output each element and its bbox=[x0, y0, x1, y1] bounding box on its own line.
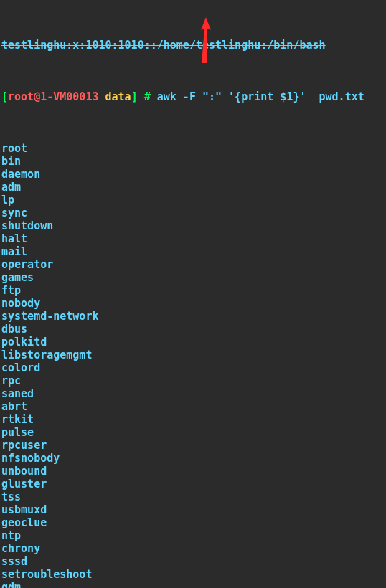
output-line: gdm bbox=[1, 581, 385, 588]
output-line: sync bbox=[1, 207, 385, 219]
output-line: usbmuxd bbox=[1, 503, 385, 516]
output-line: mail bbox=[1, 245, 385, 258]
output-line: root bbox=[1, 142, 385, 155]
output-line: gluster bbox=[1, 478, 385, 490]
output-line: colord bbox=[1, 361, 385, 374]
output-line: ftp bbox=[1, 284, 385, 297]
prompt-line: [root@1-VM00013 data] # awk -F ":" '{pri… bbox=[1, 90, 385, 103]
output-line: sssd bbox=[1, 555, 385, 568]
prompt-hash: # bbox=[138, 90, 157, 103]
cmd-file: pwd.txt bbox=[319, 90, 364, 103]
output-line: operator bbox=[1, 258, 385, 271]
output-line: saned bbox=[1, 387, 385, 400]
output-line: abrt bbox=[1, 400, 385, 413]
output-line: systemd-network bbox=[1, 310, 385, 323]
output-line: unbound bbox=[1, 465, 385, 478]
output-line: pulse bbox=[1, 426, 385, 439]
output-line: rpcuser bbox=[1, 439, 385, 452]
output-line: nobody bbox=[1, 297, 385, 310]
output-line: rpc bbox=[1, 374, 385, 387]
output-line: daemon bbox=[1, 168, 385, 181]
output-line: halt bbox=[1, 232, 385, 245]
output-line: lp bbox=[1, 194, 385, 207]
cmd-prog: '{print $1}' bbox=[228, 90, 306, 103]
output-line: tss bbox=[1, 490, 385, 503]
cmd-awk: awk bbox=[157, 90, 176, 103]
output-line: ntp bbox=[1, 529, 385, 542]
output-line: shutdown bbox=[1, 219, 385, 232]
cmd-sep: ":" bbox=[202, 90, 222, 103]
output-line: rtkit bbox=[1, 413, 385, 426]
prompt-open: [ bbox=[1, 90, 8, 103]
cmd-flag: -F bbox=[176, 90, 202, 103]
prompt-cwd: data bbox=[98, 90, 131, 103]
output-line: geoclue bbox=[1, 516, 385, 529]
output-line: chrony bbox=[1, 542, 385, 555]
output-line: libstoragemgmt bbox=[1, 348, 385, 361]
output-line: nfsnobody bbox=[1, 452, 385, 465]
terminal-screenshot: testlinghu:x:1010:1010::/home/testlinghu… bbox=[0, 0, 386, 588]
output-line: setroubleshoot bbox=[1, 568, 385, 581]
command-output: rootbindaemonadmlpsyncshutdownhaltmailop… bbox=[1, 142, 385, 588]
output-line: polkitd bbox=[1, 336, 385, 348]
output-line: dbus bbox=[1, 323, 385, 336]
terminal[interactable]: testlinghu:x:1010:1010::/home/testlinghu… bbox=[0, 0, 386, 588]
output-line: bin bbox=[1, 155, 385, 168]
output-line: games bbox=[1, 271, 385, 284]
prompt-close: ] bbox=[131, 90, 138, 103]
output-line: adm bbox=[1, 181, 385, 194]
prompt-userhost: root@1-VM00013 bbox=[8, 90, 98, 103]
previous-output-line: testlinghu:x:1010:1010::/home/testlinghu… bbox=[1, 39, 385, 52]
